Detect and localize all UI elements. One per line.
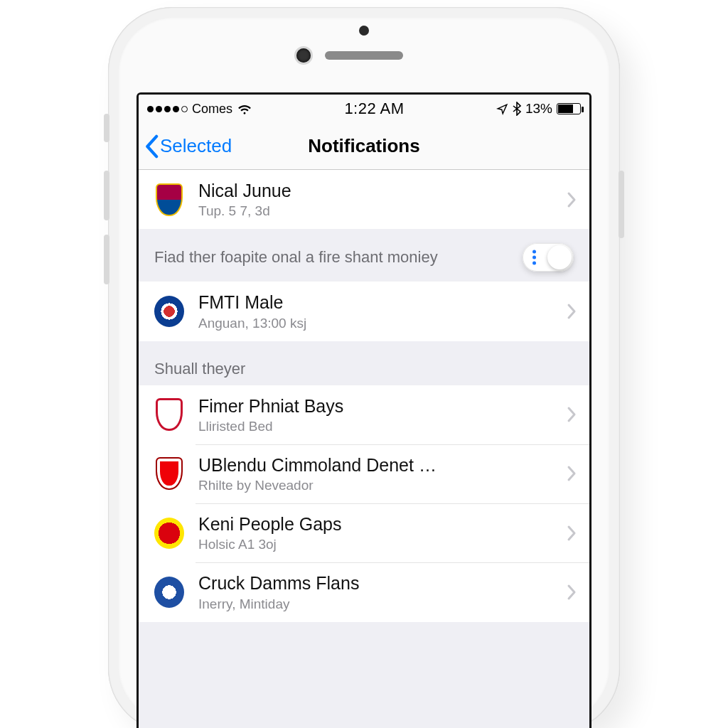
list-item[interactable]: Fimer Phniat Bays Lliristed Bed	[139, 385, 589, 444]
front-camera	[296, 48, 311, 63]
notifications-toggle[interactable]	[523, 243, 574, 272]
chevron-left-icon	[144, 134, 159, 159]
list-item[interactable]: Keni People Gaps Holsic A1 3oj	[139, 503, 589, 562]
chevron-right-icon	[567, 191, 577, 208]
list-item-subtitle: Lliristed Bed	[198, 419, 552, 434]
back-button[interactable]: Selected	[139, 134, 232, 159]
screen: Comes 1:22 AM 13% Selected	[136, 92, 592, 728]
volume-up-button	[104, 171, 109, 220]
list-item[interactable]: Nical Junue Tup. 5 7, 3d	[139, 170, 589, 229]
list-item[interactable]: UBlendu Cimmoland Denet … Rhilte by Neve…	[139, 444, 589, 503]
bluetooth-icon	[513, 102, 521, 116]
list-item-title: UBlendu Cimmoland Denet …	[198, 454, 552, 476]
list-item-title: Cruck Damms Flans	[198, 572, 552, 594]
chevron-right-icon	[567, 406, 577, 423]
team-badge-icon	[154, 400, 184, 429]
mute-switch	[104, 114, 109, 142]
list-item-subtitle: Inerry, Mintiday	[198, 596, 552, 612]
chevron-right-icon	[567, 303, 577, 320]
back-label: Selected	[160, 135, 232, 157]
team-badge-icon	[154, 296, 184, 326]
status-left: Comes	[147, 102, 252, 117]
notifications-list[interactable]: Nical Junue Tup. 5 7, 3d Fiad ther foapi…	[139, 170, 589, 728]
list-item-subtitle: Holsic A1 3oj	[198, 537, 552, 552]
list-item-subtitle: Rhilte by Neveador	[198, 478, 552, 493]
signal-strength-icon	[147, 106, 188, 112]
chevron-right-icon	[567, 584, 577, 601]
list-item[interactable]: Cruck Damms Flans Inerry, Mintiday	[139, 562, 589, 621]
team-badge-icon	[154, 518, 184, 548]
proximity-sensor	[359, 26, 369, 36]
list-item[interactable]: FMTI Male Anguan, 13:00 ksj	[139, 282, 589, 341]
section-description: Fiad ther foapite onal a fire shant moni…	[154, 247, 438, 269]
list-item-title: Keni People Gaps	[198, 513, 552, 535]
list-item-title: Fimer Phniat Bays	[198, 395, 552, 417]
battery-icon	[557, 103, 581, 114]
carrier-label: Comes	[192, 102, 232, 117]
phone-device-frame: Comes 1:22 AM 13% Selected	[108, 7, 620, 728]
battery-percent: 13%	[525, 101, 552, 117]
location-icon	[496, 103, 508, 115]
chevron-right-icon	[567, 525, 577, 542]
status-clock: 1:22 AM	[344, 100, 404, 118]
wifi-icon	[237, 102, 252, 115]
nav-header: Selected Notifications	[139, 123, 589, 170]
status-bar: Comes 1:22 AM 13%	[139, 95, 589, 123]
list-item-title: Nical Junue	[198, 180, 552, 202]
team-badge-icon	[154, 459, 184, 488]
team-badge-icon	[154, 185, 184, 215]
team-badge-icon	[154, 577, 184, 607]
power-button	[619, 171, 624, 238]
list-item-subtitle: Anguan, 13:00 ksj	[198, 316, 552, 331]
earpiece-speaker	[325, 51, 403, 60]
section-header: Shuall theyer	[139, 341, 589, 385]
list-item-subtitle: Tup. 5 7, 3d	[198, 203, 552, 219]
status-right: 13%	[496, 101, 581, 117]
volume-down-button	[104, 235, 109, 284]
chevron-right-icon	[567, 465, 577, 482]
section-toggle-row: Fiad ther foapite onal a fire shant moni…	[139, 229, 589, 282]
list-item-title: FMTI Male	[198, 291, 552, 314]
